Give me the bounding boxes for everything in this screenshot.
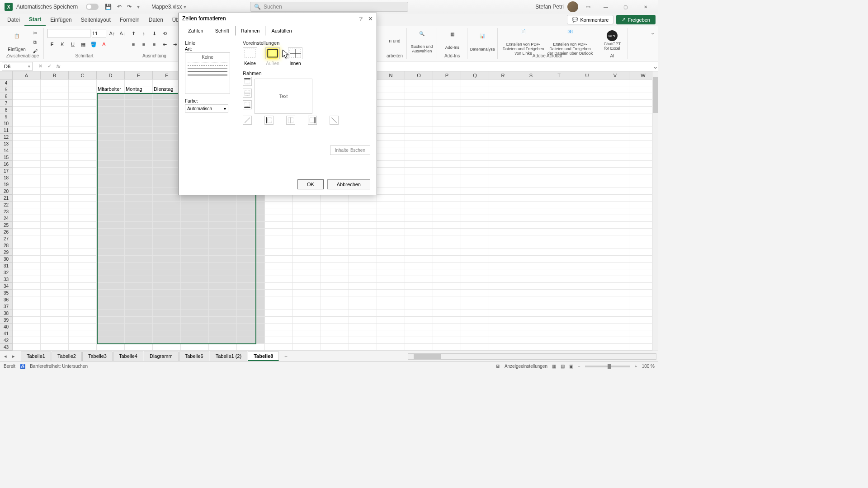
cell[interactable]	[433, 181, 461, 188]
row-header[interactable]: 43	[0, 344, 13, 351]
cell[interactable]	[209, 317, 237, 324]
cell[interactable]	[69, 100, 97, 107]
cell[interactable]	[97, 174, 125, 181]
cell[interactable]	[41, 202, 69, 208]
cell[interactable]	[601, 235, 629, 242]
cell[interactable]	[461, 222, 489, 229]
cell[interactable]	[293, 215, 321, 222]
maximize-button[interactable]: ▢	[618, 0, 634, 13]
cell[interactable]	[461, 324, 489, 330]
cell[interactable]	[97, 235, 125, 242]
tab-einfuegen[interactable]: Einfügen	[46, 14, 76, 26]
underline-button[interactable]: U	[68, 40, 77, 49]
cell[interactable]	[97, 154, 125, 161]
cell[interactable]	[181, 195, 209, 202]
cell[interactable]	[97, 80, 125, 86]
cell[interactable]	[461, 215, 489, 222]
cell[interactable]	[13, 317, 41, 324]
row-header[interactable]: 30	[0, 256, 13, 263]
cell[interactable]	[237, 208, 265, 215]
cell[interactable]	[461, 235, 489, 242]
cell[interactable]	[209, 310, 237, 317]
cell[interactable]	[377, 208, 405, 215]
cell[interactable]	[97, 188, 125, 195]
cell[interactable]	[237, 330, 265, 337]
cell[interactable]	[573, 317, 601, 324]
cell[interactable]	[517, 107, 545, 113]
cell[interactable]	[489, 222, 517, 229]
align-middle-button[interactable]: ↕	[139, 29, 148, 38]
cell[interactable]	[545, 86, 573, 93]
cell[interactable]	[405, 107, 433, 113]
line-style-2[interactable]	[188, 65, 227, 66]
cell[interactable]	[517, 86, 545, 93]
cell[interactable]	[461, 113, 489, 120]
cell[interactable]	[97, 93, 125, 100]
cell[interactable]	[489, 263, 517, 269]
cell[interactable]	[265, 317, 293, 324]
search-input[interactable]: 🔍 Suchen	[250, 2, 408, 12]
cell[interactable]	[489, 229, 517, 235]
cell[interactable]	[489, 107, 517, 113]
cell[interactable]	[545, 161, 573, 168]
cell[interactable]	[573, 263, 601, 269]
cell[interactable]	[97, 276, 125, 283]
cell[interactable]	[377, 310, 405, 317]
cell[interactable]	[69, 330, 97, 337]
row-header[interactable]: 19	[0, 181, 13, 188]
cell[interactable]	[321, 249, 349, 256]
cell[interactable]	[489, 147, 517, 154]
cell[interactable]	[377, 134, 405, 141]
cell[interactable]	[489, 249, 517, 256]
cell[interactable]	[377, 195, 405, 202]
cell[interactable]	[321, 310, 349, 317]
cell[interactable]	[433, 242, 461, 249]
cell[interactable]	[13, 154, 41, 161]
cell[interactable]	[69, 283, 97, 290]
cell[interactable]	[69, 80, 97, 86]
cell[interactable]	[293, 269, 321, 276]
cell[interactable]	[377, 168, 405, 174]
cell[interactable]	[69, 174, 97, 181]
cell[interactable]	[181, 310, 209, 317]
cell[interactable]	[349, 324, 377, 330]
row-header[interactable]: 36	[0, 296, 13, 303]
cell[interactable]	[601, 86, 629, 93]
cell[interactable]	[349, 276, 377, 283]
cell[interactable]	[349, 310, 377, 317]
cell[interactable]	[489, 303, 517, 310]
cell[interactable]	[41, 310, 69, 317]
cell[interactable]	[265, 229, 293, 235]
cell[interactable]	[461, 303, 489, 310]
dialog-tab-zahlen[interactable]: Zahlen	[182, 26, 209, 36]
cell[interactable]	[545, 215, 573, 222]
font-size-select[interactable]	[92, 29, 106, 38]
row-header[interactable]: 12	[0, 134, 13, 141]
cell[interactable]	[209, 344, 237, 351]
cell[interactable]	[13, 100, 41, 107]
line-style-none[interactable]: Keine	[188, 55, 227, 59]
cell[interactable]	[69, 107, 97, 113]
cell[interactable]	[377, 330, 405, 337]
cell[interactable]	[545, 113, 573, 120]
dialog-close-button[interactable]: ✕	[368, 15, 373, 22]
cell[interactable]	[125, 120, 153, 127]
cell[interactable]	[601, 310, 629, 317]
ribbon-mode-icon[interactable]: ▭	[585, 4, 590, 10]
cell[interactable]	[405, 215, 433, 222]
cell[interactable]	[545, 303, 573, 310]
cell[interactable]	[433, 134, 461, 141]
row-header[interactable]: 5	[0, 86, 13, 93]
row-header[interactable]: 35	[0, 290, 13, 296]
cell[interactable]	[13, 283, 41, 290]
cell[interactable]	[41, 229, 69, 235]
vertical-scrollbar[interactable]	[652, 71, 658, 351]
cell[interactable]	[209, 303, 237, 310]
copy-button[interactable]: ⧉	[30, 38, 40, 46]
cell[interactable]	[601, 208, 629, 215]
cell[interactable]	[517, 127, 545, 134]
cell[interactable]	[125, 107, 153, 113]
cell[interactable]	[377, 86, 405, 93]
cell[interactable]	[433, 290, 461, 296]
cell[interactable]	[153, 174, 181, 181]
